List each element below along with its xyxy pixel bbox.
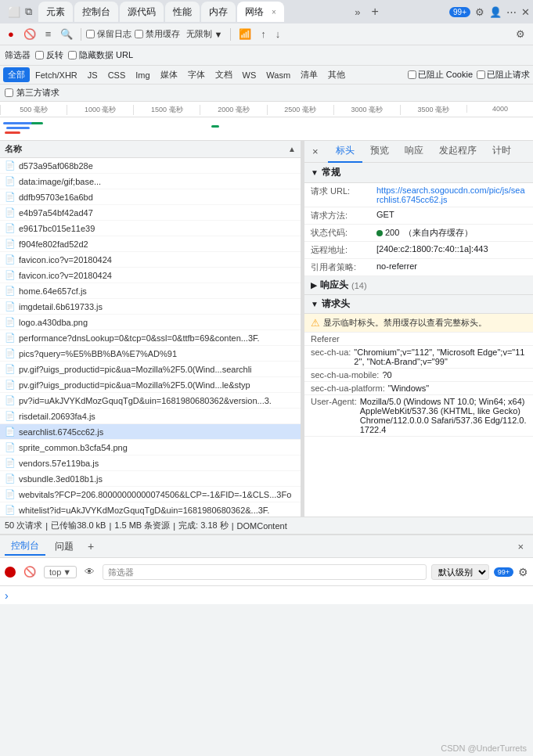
list-item[interactable]: 📄whitelist?id=uAkJVYKdMozGquqTgD&uin=168… xyxy=(0,502,301,517)
right-tab-initiator[interactable]: 发起程序 xyxy=(431,141,484,163)
tab-memory[interactable]: 内存 xyxy=(201,2,236,22)
right-tab-headers[interactable]: 标头 xyxy=(328,141,362,163)
list-item[interactable]: 📄vsbundle.3ed018b1.js xyxy=(0,471,301,487)
console-level-select[interactable]: 默认级别 xyxy=(431,564,489,580)
type-wasm[interactable]: Wasm xyxy=(261,69,295,81)
file-name: imgdetail.6b619733.js xyxy=(19,302,103,311)
throttle-dropdown[interactable]: 无限制 ▼ xyxy=(183,27,225,41)
request-url-value: https://search.sogoucdn.com/pic/js/searc… xyxy=(376,185,527,204)
list-item[interactable]: 📄pics?query=%E5%BB%BA%E7%AD%91 xyxy=(0,346,301,362)
right-tab-response[interactable]: 响应 xyxy=(397,141,431,163)
list-item[interactable]: 📄pv.gif?uigs_productid=pic&ua=Mozilla%2F… xyxy=(0,362,301,377)
list-item[interactable]: 📄data:image/gif;base... xyxy=(0,174,301,189)
tab-more-icon[interactable]: » xyxy=(350,3,365,21)
list-item[interactable]: 📄home.64e657cf.js xyxy=(0,283,301,299)
type-other[interactable]: 其他 xyxy=(323,67,350,82)
blocked-cookies-checkbox[interactable]: 已阻止 Cookie xyxy=(408,69,473,81)
blocked-requests-checkbox[interactable]: 已阻止请求 xyxy=(477,69,530,81)
console-close-icon[interactable]: × xyxy=(513,539,528,554)
list-item[interactable]: 📄e4b97a54bf42ad47 xyxy=(0,205,301,221)
stop-button[interactable]: 🚫 xyxy=(20,27,39,41)
console-eye-icon[interactable]: 👁 xyxy=(81,564,98,579)
blocked-requests-input[interactable] xyxy=(477,70,485,79)
tab-performance[interactable]: 性能 xyxy=(165,2,200,22)
disable-cache-checkbox[interactable]: 禁用缓存 xyxy=(135,28,180,40)
tab-elements[interactable]: 元素 xyxy=(38,2,73,22)
search-button[interactable]: 🔍 xyxy=(57,27,76,41)
list-item[interactable]: 📄imgdetail.6b619733.js xyxy=(0,299,301,315)
list-item[interactable]: 📄pv?id=uAkJVYKdMozGquqTgD&uin=1681980680… xyxy=(0,393,301,409)
sort-icon[interactable]: ▲ xyxy=(288,145,296,153)
type-img[interactable]: Img xyxy=(131,69,154,81)
type-media[interactable]: 媒体 xyxy=(156,67,182,82)
invert-checkbox[interactable]: 反转 xyxy=(35,49,63,61)
hide-data-urls-input[interactable] xyxy=(68,51,77,59)
preserve-log-checkbox[interactable]: 保留日志 xyxy=(86,28,131,40)
tab-stack-icon[interactable]: ⧉ xyxy=(25,5,32,18)
type-js[interactable]: JS xyxy=(83,69,103,81)
preserve-log-input[interactable] xyxy=(86,30,95,38)
list-item[interactable]: 📄performance?dnsLookup=0&tcp=0&ssl=0&ttf… xyxy=(0,330,301,346)
console-record-button[interactable] xyxy=(5,567,16,578)
wifi-icon[interactable]: 📶 xyxy=(236,27,254,41)
type-doc[interactable]: 文档 xyxy=(211,67,237,82)
status-divider-3: | xyxy=(173,521,175,531)
list-item[interactable]: 📄d573a95af068b28e xyxy=(0,158,301,174)
list-item[interactable]: 📄logo.a430dba.png xyxy=(0,315,301,330)
type-all[interactable]: 全部 xyxy=(3,67,30,82)
list-item[interactable]: 📄pv.gif?uigs_productid=pic&ua=Mozilla%2F… xyxy=(0,377,301,393)
upload-icon[interactable]: ↑ xyxy=(257,27,269,41)
issues-tab[interactable]: 问题 xyxy=(49,538,80,555)
general-section-header[interactable]: ▼ 常规 xyxy=(304,163,533,183)
download-icon[interactable]: ↓ xyxy=(272,27,284,41)
list-item[interactable]: 📄risdetail.20693fa4.js xyxy=(0,409,301,424)
profile-icon[interactable]: 👤 xyxy=(489,6,502,18)
top-selector[interactable]: top ▼ xyxy=(44,566,77,578)
tab-sources[interactable]: 源代码 xyxy=(120,2,164,22)
network-settings-icon[interactable]: ⚙ xyxy=(513,27,528,41)
type-css[interactable]: CSS xyxy=(103,69,131,81)
new-tab-icon[interactable]: ⬜ xyxy=(8,6,20,18)
settings-icon[interactable]: ⚙ xyxy=(475,6,484,18)
list-item[interactable]: 📄vendors.57e119ba.js xyxy=(0,455,301,471)
file-icon: 📄 xyxy=(5,364,16,375)
list-item[interactable]: 📄f904fe802fad52d2 xyxy=(0,236,301,252)
track-2 xyxy=(6,127,30,129)
invert-input[interactable] xyxy=(35,51,44,59)
record-button[interactable]: ● xyxy=(5,27,17,41)
request-headers-section[interactable]: ▼ 请求头 xyxy=(304,295,533,314)
blocked-cookies-input[interactable] xyxy=(408,70,416,79)
add-tab-icon[interactable]: + xyxy=(83,538,99,554)
right-panel-close[interactable]: × xyxy=(308,144,323,159)
right-tab-timing[interactable]: 计时 xyxy=(484,141,519,163)
hide-data-urls-checkbox[interactable]: 隐藏数据 URL xyxy=(68,49,133,61)
list-item[interactable]: 📄ddfb95703e16a6bd xyxy=(0,189,301,205)
type-ws[interactable]: WS xyxy=(238,69,261,81)
tab-network[interactable]: 网络 × xyxy=(237,2,284,22)
right-tab-preview[interactable]: 预览 xyxy=(362,141,397,163)
list-item[interactable]: 📄favicon.ico?v=20180424 xyxy=(0,268,301,283)
resource-size: 1.5 MB 条资源 xyxy=(114,520,170,531)
disable-cache-input[interactable] xyxy=(135,30,143,38)
third-party-input[interactable] xyxy=(5,88,13,97)
close-browser-icon[interactable]: ✕ xyxy=(521,6,530,18)
list-item[interactable]: 📄searchlist.6745cc62.js xyxy=(0,424,301,440)
console-filter-input[interactable] xyxy=(103,564,427,580)
console-block-icon[interactable]: 🚫 xyxy=(20,564,39,579)
tab-network-close[interactable]: × xyxy=(272,8,276,16)
clear-button[interactable]: ≡ xyxy=(42,27,55,41)
more-options-icon[interactable]: ⋯ xyxy=(506,6,517,18)
response-headers-section[interactable]: ▶ 响应头 (14) xyxy=(304,276,533,295)
type-font[interactable]: 字体 xyxy=(183,67,210,82)
file-name: pics?query=%E5%BB%BA%E7%AD%91 xyxy=(19,349,177,358)
list-item[interactable]: 📄sprite_common.b3cfa54.png xyxy=(0,440,301,455)
list-item[interactable]: 📄favicon.ico?v=20180424 xyxy=(0,252,301,268)
console-tab[interactable]: 控制台 xyxy=(5,538,45,556)
tab-console[interactable]: 控制台 xyxy=(74,2,118,22)
console-gear-icon[interactable]: ⚙ xyxy=(518,566,528,578)
new-tab-button[interactable]: + xyxy=(366,5,383,19)
list-item[interactable]: 📄webvitals?FCP=206.80000000000074506&LCP… xyxy=(0,487,301,502)
list-item[interactable]: 📄e9617bc015e11e39 xyxy=(0,221,301,236)
type-fetch-xhr[interactable]: Fetch/XHR xyxy=(31,69,82,81)
type-manifest[interactable]: 清单 xyxy=(296,67,322,82)
